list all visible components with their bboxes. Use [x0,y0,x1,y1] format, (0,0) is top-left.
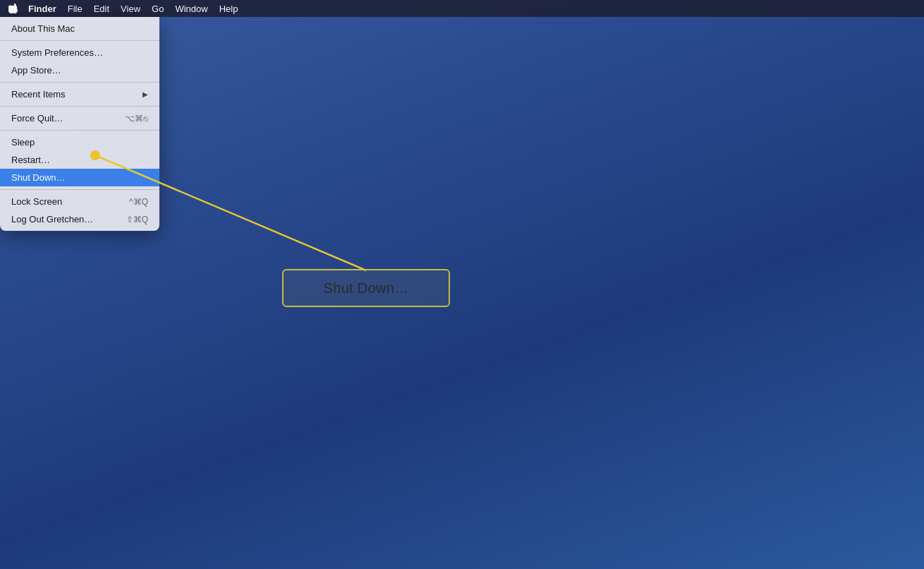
menu-shut-down[interactable]: Shut Down… [0,169,159,186]
about-this-mac-label: About This Mac [11,23,75,34]
menubar: Finder File Edit View Go Window Help [0,0,924,17]
menubar-window-label: Window [175,4,207,14]
log-out-shortcut: ⇧⌘Q [126,215,148,224]
menu-force-quit[interactable]: Force Quit… ⌥⌘⎋ [0,109,159,127]
apple-menu-button[interactable] [6,0,21,17]
yellow-dot-indicator [90,150,100,160]
log-out-label: Log Out Gretchen… [11,214,93,224]
shut-down-label: Shut Down… [11,172,66,183]
menubar-view[interactable]: View [115,0,146,17]
menubar-go-label: Go [152,4,164,14]
system-preferences-label: System Preferences… [11,47,103,58]
menubar-view-label: View [121,4,140,14]
menu-recent-items[interactable]: Recent Items ▶ [0,85,159,103]
menubar-help[interactable]: Help [214,0,244,17]
menubar-edit-label: Edit [94,4,109,14]
menu-separator-1 [0,40,159,41]
menubar-window[interactable]: Window [169,0,213,17]
menu-separator-2 [0,82,159,83]
menu-app-store[interactable]: App Store… [0,61,159,79]
force-quit-shortcut: ⌥⌘⎋ [125,114,148,124]
shut-down-callout: Shut Down… [282,269,450,307]
menu-restart[interactable]: Restart… [0,151,159,169]
menubar-help-label: Help [219,4,238,14]
menu-system-preferences[interactable]: System Preferences… [0,44,159,61]
menu-separator-4 [0,130,159,131]
menu-lock-screen[interactable]: Lock Screen ^⌘Q [0,193,159,210]
app-store-label: App Store… [11,65,61,76]
menu-separator-3 [0,106,159,107]
recent-items-label: Recent Items [11,89,66,100]
restart-label: Restart… [11,155,50,165]
menubar-file-label: File [68,4,83,14]
lock-screen-shortcut: ^⌘Q [129,197,148,207]
menu-separator-5 [0,189,159,190]
lock-screen-label: Lock Screen [11,196,62,207]
menu-sleep[interactable]: Sleep [0,133,159,151]
menubar-edit[interactable]: Edit [88,0,115,17]
callout-text: Shut Down… [324,280,409,297]
menubar-finder[interactable]: Finder [23,0,62,17]
menu-log-out[interactable]: Log Out Gretchen… ⇧⌘Q [0,210,159,228]
menubar-go[interactable]: Go [146,0,169,17]
recent-items-arrow-icon: ▶ [142,90,148,98]
apple-dropdown-menu: About This Mac System Preferences… App S… [0,17,159,231]
menu-about-this-mac[interactable]: About This Mac [0,20,159,37]
menubar-file[interactable]: File [62,0,88,17]
force-quit-label: Force Quit… [11,113,63,124]
sleep-label: Sleep [11,137,35,148]
menubar-finder-label: Finder [28,4,56,14]
